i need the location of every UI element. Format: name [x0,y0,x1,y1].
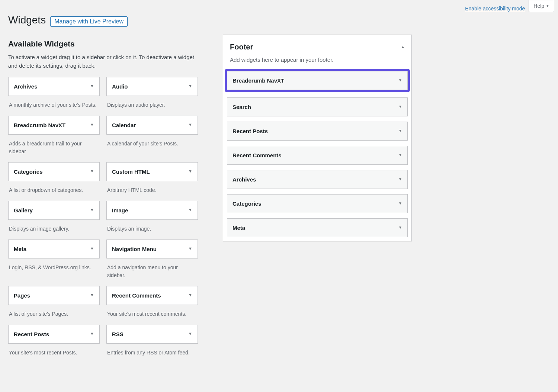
widget-name: Calendar [112,121,136,129]
chevron-up-icon: ▲ [401,44,405,49]
widget-description: Displays an audio player. [106,96,198,116]
available-widget: Gallery▼Displays an image gallery. [8,201,100,240]
sidebar-desc: Add widgets here to appear in your foote… [230,56,405,64]
chevron-down-icon: ▼ [188,168,192,174]
chevron-down-icon: ▼ [90,207,94,213]
chevron-down-icon: ▼ [398,78,402,83]
widget-description: A monthly archive of your site's Posts. [8,96,100,116]
chevron-down-icon: ▼ [90,168,94,174]
chevron-down-icon: ▼ [90,122,94,128]
available-widget-chip[interactable]: Gallery▼ [8,201,100,220]
sidebar-widget-name: Meta [232,224,245,232]
chevron-down-icon: ▼ [90,246,94,251]
available-widget-chip[interactable]: Archives▼ [8,77,100,96]
available-widget: Navigation Menu▼Add a navigation menu to… [106,240,198,286]
available-widget-chip[interactable]: Pages▼ [8,286,100,305]
chevron-down-icon: ▼ [398,201,402,206]
widget-description: Displays an image. [106,220,198,240]
chevron-down-icon: ▼ [90,331,94,337]
widget-description: A list of your site's Pages. [8,305,100,325]
help-tab[interactable]: Help ▼ [529,0,554,13]
available-widget-chip[interactable]: Recent Posts▼ [8,325,100,344]
enable-accessibility-link[interactable]: Enable accessibility mode [465,5,525,13]
chevron-down-icon: ▼ [546,3,549,9]
highlighted-widget: Breadcrumb NavXT▼ [225,69,410,92]
chevron-down-icon: ▼ [398,225,402,230]
widget-name: Recent Comments [112,292,161,299]
widget-description: A list or dropdown of categories. [8,181,100,201]
available-widget: Audio▼Displays an audio player. [106,77,198,116]
widget-name: Recent Posts [14,330,49,338]
widget-name: Breadcrumb NavXT [14,121,65,129]
sidebar-widget-name: Recent Posts [232,127,268,135]
chevron-down-icon: ▼ [398,152,402,158]
page-title: Widgets [8,13,46,27]
sidebar-widget-name: Breadcrumb NavXT [232,77,284,84]
sidebar-widget[interactable]: Breadcrumb NavXT▼ [227,71,408,90]
widget-description: Displays an image gallery. [8,220,100,240]
widget-name: Image [112,206,128,214]
widget-description: A calendar of your site's Posts. [106,135,198,154]
widget-name: Gallery [14,206,33,214]
available-widget: Recent Posts▼Your site's most recent Pos… [8,325,100,363]
chevron-down-icon: ▼ [398,128,402,134]
chevron-down-icon: ▼ [398,177,402,182]
available-widget: Image▼Displays an image. [106,201,198,240]
available-widget: Recent Comments▼Your site's most recent … [106,286,198,325]
available-widget-chip[interactable]: Image▼ [106,201,198,220]
available-widgets-panel: Available Widgets To activate a widget d… [8,38,198,363]
available-widget-chip[interactable]: Categories▼ [8,162,100,181]
widget-description: Your site's most recent comments. [106,305,198,325]
widget-description: Add a navigation menu to your sidebar. [106,258,198,286]
available-widget: RSS▼Entries from any RSS or Atom feed. [106,325,198,363]
available-widget: Meta▼Login, RSS, & WordPress.org links. [8,240,100,286]
sidebar-title: Footer [230,42,253,52]
sidebar-widget[interactable]: Search▼ [227,97,408,116]
widget-description: Entries from any RSS or Atom feed. [106,344,198,363]
available-widgets-desc: To activate a widget drag it to a sideba… [8,53,198,70]
chevron-down-icon: ▼ [90,292,94,298]
available-widget-chip[interactable]: Custom HTML▼ [106,162,198,181]
widget-name: Custom HTML [112,168,150,176]
available-widget: Categories▼A list or dropdown of categor… [8,162,100,201]
sidebar-widget-name: Recent Comments [232,151,282,159]
available-widget-chip[interactable]: Calendar▼ [106,116,198,135]
chevron-down-icon: ▼ [398,104,402,109]
widget-name: Meta [14,245,26,253]
sidebar-widget[interactable]: Recent Comments▼ [227,146,408,165]
chevron-down-icon: ▼ [188,122,192,128]
sidebar-widget[interactable]: Recent Posts▼ [227,122,408,141]
widget-name: Pages [14,292,30,299]
sidebar-widget[interactable]: Categories▼ [227,194,408,213]
sidebar-widget-name: Categories [232,200,262,208]
sidebar-widget-name: Search [232,103,251,111]
sidebar-widget[interactable]: Archives▼ [227,170,408,189]
chevron-down-icon: ▼ [188,292,192,298]
help-label: Help [533,3,544,10]
sidebar-header-toggle[interactable]: Footer ▲ [230,42,405,52]
widget-name: Audio [112,83,128,90]
available-widget: Breadcrumb NavXT▼Adds a breadcrumb trail… [8,116,100,162]
chevron-down-icon: ▼ [188,207,192,213]
available-widget-chip[interactable]: Meta▼ [8,240,100,258]
widget-description: Login, RSS, & WordPress.org links. [8,258,100,278]
available-widget-chip[interactable]: Breadcrumb NavXT▼ [8,116,100,135]
sidebar-widget-name: Archives [232,176,256,183]
available-widgets-title: Available Widgets [8,38,198,49]
chevron-down-icon: ▼ [90,83,94,89]
widget-name: Navigation Menu [112,245,157,253]
widget-name: Categories [14,168,43,176]
available-widget-chip[interactable]: Audio▼ [106,77,198,96]
available-widget: Custom HTML▼Arbitrary HTML code. [106,162,198,201]
sidebar-widget[interactable]: Meta▼ [227,218,408,237]
available-widget: Archives▼A monthly archive of your site'… [8,77,100,116]
available-widget: Calendar▼A calendar of your site's Posts… [106,116,198,162]
available-widget-chip[interactable]: RSS▼ [106,325,198,344]
available-widget-chip[interactable]: Recent Comments▼ [106,286,198,305]
sidebar-area-footer: Footer ▲ Add widgets here to appear in y… [223,35,412,241]
widget-name: Archives [14,83,37,90]
widget-description: Arbitrary HTML code. [106,181,198,201]
chevron-down-icon: ▼ [188,83,192,89]
live-preview-button[interactable]: Manage with Live Preview [50,16,128,27]
available-widget-chip[interactable]: Navigation Menu▼ [106,240,198,258]
